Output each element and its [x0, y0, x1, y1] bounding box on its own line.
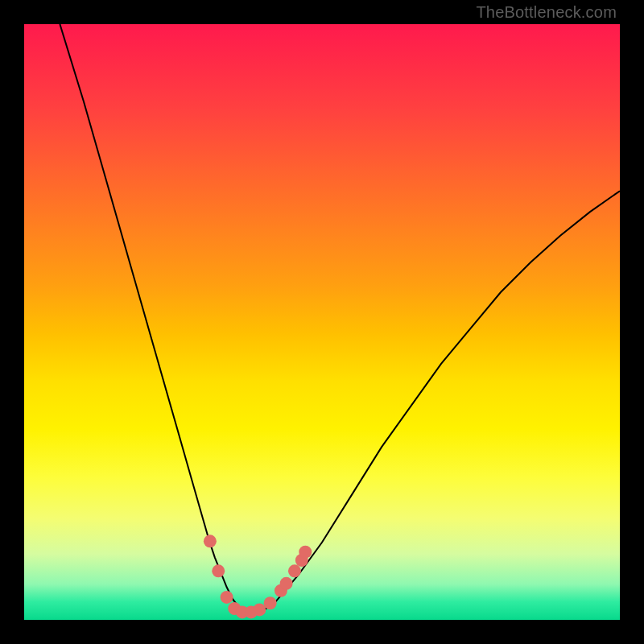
bottleneck-curve [60, 24, 620, 613]
watermark-label: TheBottleneck.com [476, 3, 617, 22]
curve-marker [212, 564, 225, 577]
curve-marker [264, 597, 277, 609]
curve-marker [253, 603, 266, 616]
curve-marker [288, 564, 301, 577]
chart-frame: TheBottleneck.com [0, 0, 644, 644]
chart-svg [24, 24, 620, 620]
curve-marker [204, 535, 217, 547]
curve-marker [299, 546, 312, 559]
curve-marker [221, 591, 233, 604]
curve-markers [204, 535, 312, 618]
plot-area [24, 24, 620, 620]
curve-marker [280, 577, 293, 590]
